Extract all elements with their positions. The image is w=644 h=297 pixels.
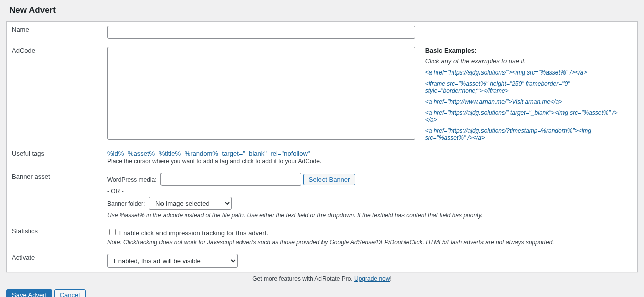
examples-hint: Click any of the examples to use it. [425,57,526,65]
example-link[interactable]: <a href="http://www.arnan.me/">Visit arn… [425,98,628,105]
statistics-label: Statistics [7,223,102,250]
tag-link[interactable]: %random% [185,150,218,157]
tag-link[interactable]: %id% [107,150,124,157]
example-link[interactable]: <iframe src="%asset%" height="250" frame… [425,80,628,94]
name-label: Name [7,22,102,43]
form-actions: Save Advert Cancel [6,289,638,297]
advert-form: Name AdCode Basic Examples: Click any of… [6,21,638,272]
upgrade-bang: ! [390,275,391,282]
example-link[interactable]: <a href="https://ajdg.solutions/?timesta… [425,127,628,141]
cancel-button[interactable]: Cancel [54,289,86,297]
tag-link[interactable]: rel="nofollow" [271,150,310,157]
banner-note: Use %asset% in the adcode instead of the… [107,212,632,219]
wp-media-label: WordPress media: [107,176,156,183]
wp-media-input[interactable] [160,173,301,186]
name-input[interactable] [107,26,415,39]
banner-label: Banner asset [7,169,102,223]
activate-label: Activate [7,250,102,272]
statistics-checkbox-label[interactable]: Enable click and impression tracking for… [107,229,268,237]
banner-folder-select[interactable]: No image selected [149,197,232,210]
usefultags-label: Useful tags [7,145,102,169]
page-title: New Advert [9,5,638,15]
upgrade-text: Get more features with AdRotate Pro. [252,275,354,282]
example-link[interactable]: <a href="https://ajdg.solutions/" target… [425,109,628,123]
example-link[interactable]: <a href="https://ajdg.solutions/"><img s… [425,69,628,76]
save-button[interactable]: Save Advert [6,289,52,297]
banner-folder-label: Banner folder: [107,200,145,207]
statistics-note: Note: Clicktracking does not work for Ja… [107,239,632,246]
statistics-checkbox-text: Enable click and impression tracking for… [119,229,268,237]
tag-link[interactable]: %asset% [128,150,155,157]
statistics-checkbox[interactable] [109,229,116,235]
examples-panel: Basic Examples: Click any of the example… [417,47,628,141]
tag-link[interactable]: target="_blank" [222,150,267,157]
adcode-label: AdCode [7,43,102,145]
upgrade-footer: Get more features with AdRotate Pro. Upg… [6,275,638,282]
select-banner-button[interactable]: Select Banner [303,174,356,185]
tags-desc: Place the cursor where you want to add a… [107,158,321,165]
tag-link[interactable]: %title% [159,150,181,157]
adcode-textarea[interactable] [107,47,415,140]
upgrade-link[interactable]: Upgrade now [354,275,390,282]
examples-title: Basic Examples: [425,47,628,54]
or-divider: - OR - [107,188,632,195]
activate-select[interactable]: Enabled, this ad will be visible [107,254,238,268]
